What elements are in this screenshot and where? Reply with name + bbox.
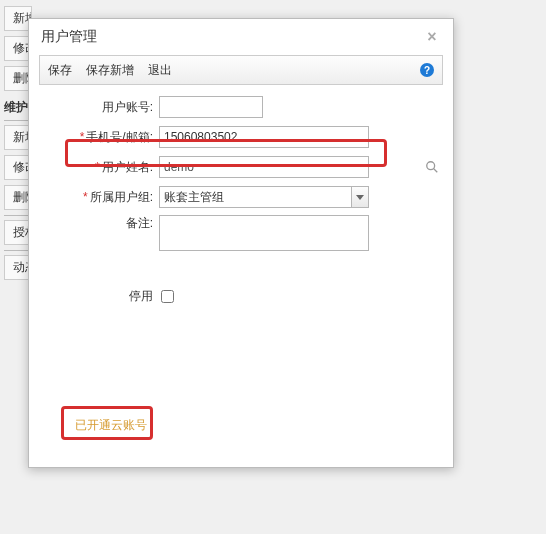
row-phone: *手机号/邮箱:	[39, 125, 443, 149]
chevron-down-icon[interactable]	[351, 186, 369, 208]
form: 用户账号: *手机号/邮箱: *用户姓名:	[29, 85, 453, 324]
divider	[4, 215, 28, 216]
label-username: *用户姓名:	[39, 159, 159, 176]
account-input[interactable]	[159, 96, 263, 118]
row-disabled: 停用	[39, 284, 443, 308]
row-group: *所属用户组:	[39, 185, 443, 209]
group-combo[interactable]	[159, 186, 369, 208]
save-button[interactable]: 保存	[48, 62, 72, 79]
row-username: *用户姓名:	[39, 155, 443, 179]
svg-point-0	[427, 162, 435, 170]
row-remark: 备注:	[39, 215, 443, 254]
close-icon[interactable]: ×	[423, 28, 441, 46]
required-star-icon: *	[80, 130, 85, 144]
help-icon[interactable]: ?	[420, 63, 434, 77]
modal-header: 用户管理 ×	[29, 19, 453, 55]
phone-email-input[interactable]	[159, 126, 369, 148]
disabled-checkbox[interactable]	[161, 290, 174, 303]
cloud-account-status[interactable]: 已开通云账号	[67, 413, 155, 438]
label-phone: *手机号/邮箱:	[39, 129, 159, 146]
user-management-modal: 用户管理 × 保存 保存新增 退出 ? 用户账号: *手机号/邮箱:	[28, 18, 454, 468]
row-account: 用户账号:	[39, 95, 443, 119]
divider	[4, 120, 28, 121]
required-star-icon: *	[95, 160, 100, 174]
label-group: *所属用户组:	[39, 189, 159, 206]
required-star-icon: *	[83, 190, 88, 204]
label-account: 用户账号:	[39, 99, 159, 116]
save-new-button[interactable]: 保存新增	[86, 62, 134, 79]
remark-input[interactable]	[159, 215, 369, 251]
divider	[4, 250, 28, 251]
toolbar: 保存 保存新增 退出 ?	[39, 55, 443, 85]
label-disabled: 停用	[39, 288, 159, 305]
svg-line-1	[434, 169, 438, 173]
group-input[interactable]	[159, 186, 351, 208]
search-icon[interactable]	[425, 160, 439, 174]
exit-button[interactable]: 退出	[148, 62, 172, 79]
username-input[interactable]	[159, 156, 369, 178]
label-remark: 备注:	[39, 215, 159, 232]
modal-title: 用户管理	[41, 28, 97, 46]
